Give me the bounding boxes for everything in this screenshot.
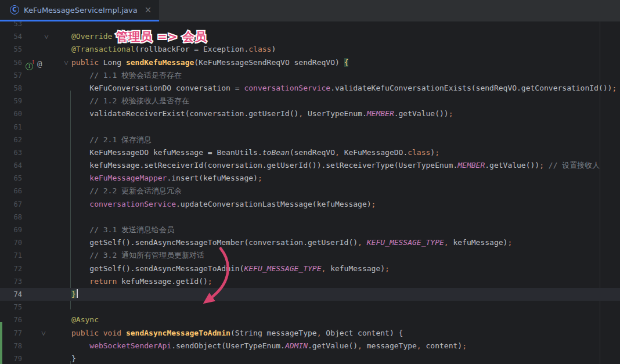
code-line-72[interactable]: 72 getSelf().sendAsyncMessageToAdmin(KEF… <box>0 262 620 275</box>
java-class-icon: C <box>10 5 19 15</box>
code-line-55[interactable]: 55@Transactional(rollbackFor = Exception… <box>0 43 620 56</box>
gutter <box>22 172 71 185</box>
fold-chevron-icon[interactable]: ˅ <box>44 30 49 43</box>
code-line-57[interactable]: 57 // 1.1 校验会话是否存在 <box>0 69 620 82</box>
gutter <box>22 121 71 134</box>
text-caret <box>77 289 78 298</box>
code-line-75[interactable]: 75 <box>0 301 620 313</box>
line-number: 54 <box>0 30 22 43</box>
code-text[interactable]: // 3.2 通知所有管理员更新对话 <box>71 249 620 262</box>
line-number: 53 <box>0 21 22 30</box>
fold-chevron-icon[interactable]: ˅ <box>64 56 69 69</box>
code-text[interactable]: KeFuMessageDO kefuMessage = BeanUtils.to… <box>71 146 620 159</box>
gutter <box>22 211 71 224</box>
fold-chevron-icon[interactable]: ˅ <box>41 327 46 340</box>
gutter <box>22 21 71 30</box>
code-line-69[interactable]: 69 // 3.1 发送消息给会员 <box>0 224 620 236</box>
line-number: 67 <box>0 198 22 211</box>
code-text[interactable]: public void sendAsyncMessageToAdmin(Stri… <box>71 327 620 340</box>
line-number: 60 <box>0 107 22 120</box>
gutter <box>22 95 71 107</box>
line-number: 65 <box>0 172 22 185</box>
code-text[interactable] <box>71 121 620 134</box>
gutter: I↑@˅ <box>22 56 71 69</box>
code-line-61[interactable]: 61 <box>0 121 620 134</box>
gutter <box>22 352 71 364</box>
code-line-66[interactable]: 66 // 2.2 更新会话消息冗余 <box>0 185 620 197</box>
line-number: 74 <box>0 288 22 301</box>
gutter <box>22 340 71 352</box>
line-number: 66 <box>0 185 22 197</box>
code-line-56[interactable]: 56I↑@˅public Long sendKefuMessage(KeFuMe… <box>0 56 620 69</box>
gutter <box>22 288 71 301</box>
code-line-79[interactable]: 79} <box>0 352 620 364</box>
line-number: 63 <box>0 146 22 159</box>
tab-close-icon[interactable]: × <box>145 6 152 15</box>
code-line-78[interactable]: 78 webSocketSenderApi.sendObject(UserTyp… <box>0 340 620 352</box>
code-text[interactable] <box>71 301 620 313</box>
gutter <box>22 107 71 120</box>
code-text[interactable]: return kefuMessage.getId(); <box>71 275 620 288</box>
code-text[interactable]: keFuMessageMapper.insert(kefuMessage); <box>71 172 620 185</box>
code-line-58[interactable]: 58 KeFuConversationDO conversation = con… <box>0 82 620 95</box>
line-number: 61 <box>0 121 22 134</box>
code-line-77[interactable]: 77˅public void sendAsyncMessageToAdmin(S… <box>0 327 620 340</box>
code-text[interactable]: // 2.2 更新会话消息冗余 <box>71 185 620 197</box>
code-line-73[interactable]: 73 return kefuMessage.getId(); <box>0 275 620 288</box>
gutter <box>22 301 71 313</box>
code-line-62[interactable]: 62 // 2.1 保存消息 <box>0 134 620 146</box>
code-text[interactable]: // 3.1 发送消息给会员 <box>71 224 620 236</box>
handwritten-note: 管理员 => 会员 <box>116 29 207 44</box>
code-text[interactable]: KeFuConversationDO conversation = conver… <box>71 82 620 95</box>
code-line-53[interactable]: 53 <box>0 21 620 30</box>
code-line-74[interactable]: 74} <box>0 288 620 301</box>
code-text[interactable]: kefuMessage.setReceiverId(conversation.g… <box>71 159 620 172</box>
code-text[interactable]: conversationService.updateConversationLa… <box>71 198 620 211</box>
editor-tab-bar: C KeFuMessageServiceImpl.java × <box>0 0 620 21</box>
code-text[interactable]: } <box>71 352 620 364</box>
line-number: 72 <box>0 262 22 275</box>
gutter <box>22 134 71 146</box>
line-number: 75 <box>0 301 22 313</box>
line-number: 68 <box>0 211 22 224</box>
line-number: 76 <box>0 313 22 326</box>
code-line-54[interactable]: 54˅@Override管理员 => 会员 <box>0 30 620 43</box>
gutter <box>22 69 71 82</box>
gutter <box>22 159 71 172</box>
code-text[interactable]: validateReceiverExist(conversation.getUs… <box>71 107 620 120</box>
code-line-76[interactable]: 76@Async <box>0 313 620 326</box>
code-line-60[interactable]: 60 validateReceiverExist(conversation.ge… <box>0 107 620 120</box>
line-number: 79 <box>0 352 22 364</box>
code-text[interactable]: } <box>71 288 620 301</box>
gutter: ˅ <box>22 30 71 43</box>
gutter: ˅ <box>22 327 71 340</box>
tab-kefumessageserviceimpl-java[interactable]: C KeFuMessageServiceImpl.java × <box>0 0 159 21</box>
line-number: 55 <box>0 43 22 56</box>
code-line-64[interactable]: 64 kefuMessage.setReceiverId(conversatio… <box>0 159 620 172</box>
gutter <box>22 198 71 211</box>
code-line-65[interactable]: 65 keFuMessageMapper.insert(kefuMessage)… <box>0 172 620 185</box>
code-line-59[interactable]: 59 // 1.2 校验接收人是否存在 <box>0 95 620 107</box>
code-line-68[interactable]: 68 <box>0 211 620 224</box>
code-line-71[interactable]: 71 // 3.2 通知所有管理员更新对话 <box>0 249 620 262</box>
code-text[interactable]: getSelf().sendAsyncMessageToAdmin(KEFU_M… <box>71 262 620 275</box>
code-line-67[interactable]: 67 conversationService.updateConversatio… <box>0 198 620 211</box>
line-number: 58 <box>0 82 22 95</box>
code-text[interactable]: getSelf().sendAsyncMessageToMember(conve… <box>71 236 620 249</box>
code-text[interactable] <box>71 211 620 224</box>
line-number: 57 <box>0 69 22 82</box>
ide-window: C KeFuMessageServiceImpl.java × 5354˅@Ov… <box>0 0 620 364</box>
gutter <box>22 275 71 288</box>
code-text[interactable]: // 1.1 校验会话是否存在 <box>71 69 620 82</box>
code-text[interactable]: // 1.2 校验接收人是否存在 <box>71 95 620 107</box>
code-text[interactable]: // 2.1 保存消息 <box>71 134 620 146</box>
code-line-70[interactable]: 70 getSelf().sendAsyncMessageToMember(co… <box>0 236 620 249</box>
line-number: 69 <box>0 224 22 236</box>
code-text[interactable]: public Long sendKefuMessage(KeFuMessageS… <box>71 56 620 69</box>
code-text[interactable]: @Async <box>71 313 620 326</box>
code-text[interactable]: @Transactional(rollbackFor = Exception.c… <box>71 43 620 56</box>
tab-title: KeFuMessageServiceImpl.java <box>24 6 138 15</box>
code-text[interactable]: webSocketSenderApi.sendObject(UserTypeEn… <box>71 340 620 352</box>
code-line-63[interactable]: 63 KeFuMessageDO kefuMessage = BeanUtils… <box>0 146 620 159</box>
gutter <box>22 185 71 197</box>
